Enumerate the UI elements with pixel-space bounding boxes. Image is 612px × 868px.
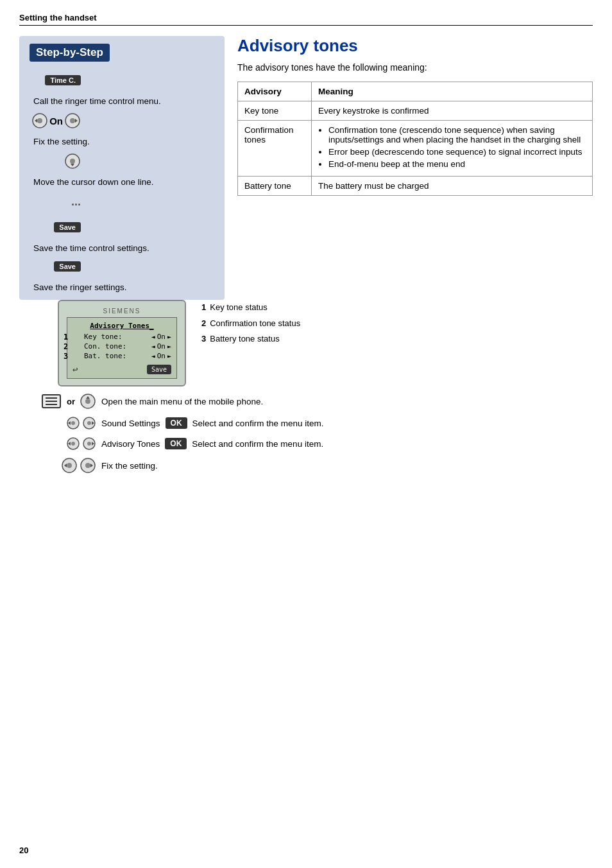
page-number: 20 [19,846,28,855]
advisory-tones-ok[interactable]: OK [165,438,187,449]
svg-point-31 [85,463,90,468]
svg-point-1 [37,118,42,123]
intro-text: The advisory tones have the following me… [237,62,593,73]
line-num-1: 1 [64,333,68,342]
nav-fix-left-icon [61,457,78,474]
advisory-table: Advisory Meaning Key tone Every keystrok… [237,82,593,196]
device-section: SIEMENS Advisory Tones_ 1 Key tone: ◄ On… [19,300,593,386]
nav-fix-right-icon [80,457,96,474]
device-row-1: Key tone: ◄ On ► [84,333,171,341]
device-brand: SIEMENS [67,308,177,315]
step-row-save2: Save [30,257,214,276]
device-save-btn[interactable]: Save [147,365,171,374]
step-box-title: Step-by-Step [30,44,110,62]
sound-settings-label: Sound Settings [101,419,160,428]
on-label: On [49,116,63,126]
table-row-keytone: Key tone Every keystroke is confirmed [238,101,593,121]
meaning-keytone: Every keystroke is confirmed [311,101,592,121]
step-icons-dots: ... [30,195,81,209]
step-row-save1: Save [30,218,214,237]
row3-label: Bat. tone: [84,352,135,360]
device-row-2-container: 2 Con. tone: ◄ On ► [72,342,171,351]
device-label-2: 2Confirmation tone status [201,316,300,332]
table-header-meaning: Meaning [311,82,592,101]
nav-left-icon [31,112,48,129]
timec-desc: Call the ringer time control menu. [30,96,214,106]
bottom-step-fix-setting: Fix the setting. [19,457,593,474]
down-desc: Move the cursor down one line. [30,177,214,187]
header-title: Setting the handset [19,13,97,22]
on-desc: Fix the setting. [30,137,214,146]
label-text-1: Key tone status [210,302,268,312]
advisory-battery: Battery tone [238,177,312,196]
save1-button[interactable]: Save [54,222,81,232]
step-by-step-box: Step-by-Step Time C. Call the ringer tim… [19,36,225,300]
step-icons-down [30,153,81,169]
conf-item-1: Confirmation tone (crescendo tone sequen… [328,125,586,144]
arrow-left-3: ◄ [151,352,155,360]
fix-setting-icons [19,457,96,474]
nav-circle-left-icon [66,416,80,430]
sound-settings-icons [19,416,96,430]
device-footer: ↩ Save [72,364,171,374]
device-row-2: Con. tone: ◄ On ► [84,342,171,351]
svg-rect-9 [46,397,57,399]
step-icons-on: On [30,112,81,129]
sound-settings-desc: Select and confirm the menu item. [192,419,324,428]
nav-circle-right-icon [82,416,96,430]
table-row-confirmation: Confirmation tones Confirmation tone (cr… [238,121,593,177]
label-text-2: Confirmation tone status [210,318,300,328]
time-c-button[interactable]: Time C. [45,75,81,85]
advisory-tones-label: Advisory Tones [101,439,160,449]
bottom-step-advisory-tones: Advisory Tones OK Select and confirm the… [19,437,593,451]
nav-down-icon [64,153,81,169]
menu-icon[interactable] [42,394,61,408]
sound-settings-ok[interactable]: OK [166,417,187,429]
conf-item-3: End-of-menu beep at the menu end [328,159,586,169]
bottom-steps: or Open the main menu of the mobile phon… [19,393,593,474]
advisory-tones-desc: Select and confirm the menu item. [192,439,323,449]
bottom-step-open-menu: or Open the main menu of the mobile phon… [19,393,593,410]
row1-label: Key tone: [84,333,135,341]
step-icons-save1: Save [30,222,81,232]
label-num-1: 1 [201,302,206,312]
back-icon[interactable]: ↩ [72,364,78,374]
nav-up-icon [80,393,96,410]
screen-title: Advisory Tones_ [72,322,171,330]
svg-point-7 [70,159,75,164]
step-icons-save2: Save [30,261,81,272]
nav-circle-right2-icon [82,437,96,451]
save2-button[interactable]: Save [54,261,81,272]
row3-val-text: On [157,352,166,360]
section-heading: Advisory tones [237,36,593,56]
save1-desc: Save the time control settings. [30,243,214,253]
row3-value: ◄ On ► [151,352,171,360]
svg-point-22 [71,442,75,446]
step-row-on: On [30,111,214,130]
row1-val-text: On [157,333,166,341]
nav-circle-left2-icon [66,437,80,451]
advisory-keytone: Key tone [238,101,312,121]
label-num-3: 3 [201,334,206,343]
svg-point-13 [85,399,90,404]
arrow-left-1: ◄ [151,333,155,340]
save2-desc: Save the ringer settings. [30,282,214,292]
arrow-right-2: ► [167,343,171,350]
device-screen: Advisory Tones_ 1 Key tone: ◄ On ► 2 [67,317,177,379]
row1-value: ◄ On ► [151,333,171,341]
row2-val-text: On [157,342,166,351]
svg-point-25 [87,442,91,446]
page-header: Setting the handset [19,13,593,26]
device-label-3: 3Battery tone status [201,331,300,347]
svg-point-28 [67,463,72,468]
device-row-3-container: 3 Bat. tone: ◄ On ► [72,352,171,360]
device-labels: 1Key tone status 2Confirmation tone stat… [201,300,300,347]
nav-right-icon [64,112,81,129]
hamburger-icon [46,397,57,406]
label-text-3: Battery tone status [210,334,279,343]
main-content: Advisory tones The advisory tones have t… [237,36,593,196]
open-menu-icons: or [19,393,96,410]
table-row-battery: Battery tone The battery must be charged [238,177,593,196]
label-num-2: 2 [201,318,206,328]
step-row-down [30,152,214,171]
